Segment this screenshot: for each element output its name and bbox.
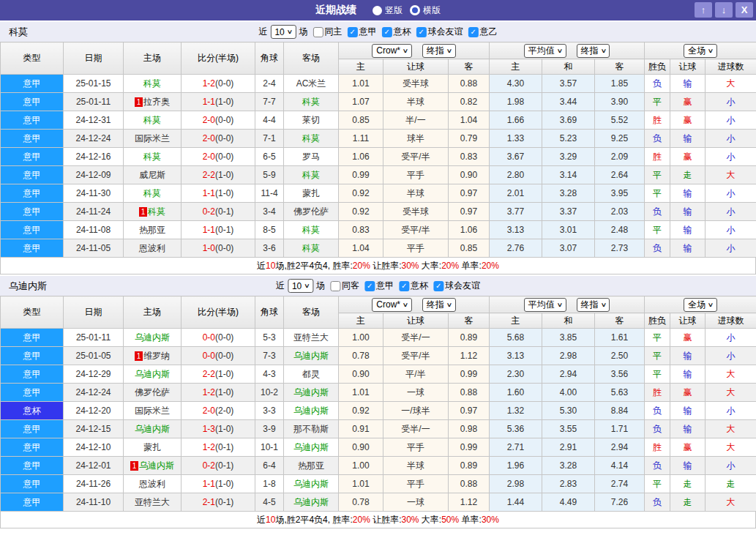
league-checkbox-1[interactable]: ✓ (399, 281, 409, 291)
result-wdl-cell: 平 (645, 329, 670, 347)
handicap-cell: 平手 (383, 239, 449, 258)
summary-segment: 10 (266, 515, 275, 525)
col-header-odds-home: 主 (339, 313, 383, 329)
type-cell: 意甲 (1, 329, 64, 347)
avg-draw-cell: 2.94 (542, 365, 595, 384)
result-handicap-cell: 走 (670, 475, 706, 493)
half-time-score: (0-0) (215, 243, 233, 253)
corner-cell: 10-2 (255, 384, 284, 402)
avg-home-cell: 5.68 (490, 329, 542, 347)
col-header-score: 比分(半场) (181, 42, 255, 75)
league-checkbox-2[interactable]: ✓ (433, 281, 444, 291)
summary-segment: 20% (353, 261, 370, 271)
odds-home-cell: 1.04 (339, 239, 383, 258)
match-count-select[interactable]: 10∨ (270, 25, 296, 39)
handicap-cell: 平手 (383, 438, 449, 457)
half-time-score: (0-1) (215, 497, 233, 507)
away-team-cell: 乌迪内斯 (284, 347, 339, 365)
away-team-cell: 罗马 (284, 148, 339, 166)
odds-home-cell: 1.01 (339, 384, 383, 402)
corner-cell: 7-1 (255, 130, 284, 148)
bookmaker-final-select-value: 终指 (427, 299, 444, 311)
avg-away-cell: 2.74 (595, 475, 645, 493)
result-handicap-cell: 输 (670, 75, 706, 93)
odds-group-header: Crow*∨终指∨ (339, 42, 490, 59)
avg-away-cell: 1.61 (595, 329, 645, 347)
match-count-select[interactable]: 10∨ (288, 279, 313, 293)
result-handicap-cell: 输 (670, 365, 706, 384)
away-team-name: 乌迪内斯 (293, 351, 329, 361)
full-time-score: 1-2 (203, 442, 215, 452)
half-time-score: (1-0) (215, 479, 233, 489)
layout-radio-vertical[interactable]: 竖版 (373, 4, 403, 17)
half-time-score: (0-0) (215, 78, 233, 89)
match-row: 意甲24-11-241科莫0-2(0-1)3-4佛罗伦萨0.92受半球0.973… (1, 203, 756, 221)
average-select[interactable]: 平均值∨ (524, 44, 566, 58)
same-venue-checkbox[interactable] (313, 27, 323, 37)
odds-away-cell: 1.12 (449, 347, 490, 365)
close-button[interactable]: X (736, 2, 753, 18)
corner-cell: 6-4 (255, 457, 284, 475)
bookmaker-final-select[interactable]: 终指∨ (422, 44, 456, 58)
league-checkbox-0[interactable]: ✓ (364, 281, 375, 291)
result-handicap-cell: 赢 (670, 93, 706, 111)
average-final-select[interactable]: 终指∨ (577, 298, 610, 312)
home-team-name: 国际米兰 (135, 406, 170, 416)
away-team-name: 科莫 (302, 133, 320, 143)
corner-cell: 7-3 (255, 347, 284, 365)
bookmaker-select[interactable]: Crow*∨ (372, 298, 412, 312)
same-venue-checkbox[interactable] (330, 281, 340, 291)
result-wdl-cell: 负 (645, 420, 670, 438)
home-team-cell: 国际米兰 (124, 130, 181, 148)
league-checkbox-1[interactable]: ✓ (382, 27, 392, 37)
result-handicap-cell: 输 (670, 402, 706, 420)
average-final-select[interactable]: 终指∨ (577, 44, 610, 58)
type-cell: 意甲 (1, 75, 64, 93)
avg-draw-cell: 2.83 (542, 475, 595, 493)
col-header-type: 类型 (1, 296, 64, 329)
league-checkbox-2[interactable]: ✓ (416, 27, 427, 37)
result-group-header: 全场∨ (645, 296, 756, 313)
average-final-select-value: 终指 (581, 45, 599, 57)
avg-home-cell: 2.76 (490, 239, 542, 258)
date-cell: 24-12-15 (64, 420, 124, 438)
average-select-value: 平均值 (528, 45, 555, 57)
filter-row: 科莫 近10∨场同主✓意甲✓意杯✓球会友谊✓意乙 (0, 22, 756, 42)
home-team-cell: 科莫 (124, 75, 181, 93)
home-team-cell: 科莫 (124, 184, 181, 203)
layout-radio-horizontal[interactable]: 横版 (410, 4, 441, 17)
corner-cell: 4-5 (255, 493, 284, 512)
type-cell: 意甲 (1, 493, 64, 512)
avg-home-cell: 1.98 (490, 93, 542, 111)
match-row: 意甲24-12-24国际米兰2-0(0-0)7-1科莫1.11球半0.791.3… (1, 130, 756, 148)
result-goals-cell: 大 (706, 75, 756, 93)
corner-cell: 7-7 (255, 93, 284, 111)
avg-away-cell: 2.73 (595, 239, 645, 258)
away-team-cell: 乌迪内斯 (284, 475, 339, 493)
summary-segment: 20% (482, 261, 499, 271)
average-select[interactable]: 平均值∨ (524, 298, 566, 312)
away-team-cell: AC米兰 (284, 75, 339, 93)
league-checkbox-0[interactable]: ✓ (348, 27, 358, 37)
home-team-cell: 蒙扎 (124, 438, 181, 457)
scope-select[interactable]: 全场∨ (684, 298, 717, 312)
home-team-name: 亚特兰大 (135, 497, 170, 507)
odds-home-cell: 0.92 (339, 203, 383, 221)
col-header-away: 客场 (284, 42, 339, 75)
scope-select[interactable]: 全场∨ (684, 44, 717, 58)
full-time-score: 1-2 (203, 387, 215, 397)
up-arrow-button[interactable]: ↑ (695, 2, 712, 18)
down-arrow-button[interactable]: ↓ (715, 2, 733, 18)
col-header-score: 比分(半场) (181, 296, 255, 329)
home-team-name: 拉齐奥 (143, 97, 170, 107)
score-cell: 1-2(0-1) (181, 438, 255, 457)
avg-home-cell: 3.67 (490, 148, 542, 166)
full-time-score: 2-0 (203, 152, 215, 162)
bookmaker-select[interactable]: Crow*∨ (372, 44, 412, 58)
home-team-name: 热那亚 (139, 225, 165, 235)
league-checkbox-3[interactable]: ✓ (468, 27, 479, 37)
result-goals-cell: 小 (706, 347, 756, 365)
bookmaker-final-select[interactable]: 终指∨ (422, 298, 456, 312)
avg-draw-cell: 3.85 (542, 329, 595, 347)
avg-home-cell: 1.96 (490, 457, 542, 475)
